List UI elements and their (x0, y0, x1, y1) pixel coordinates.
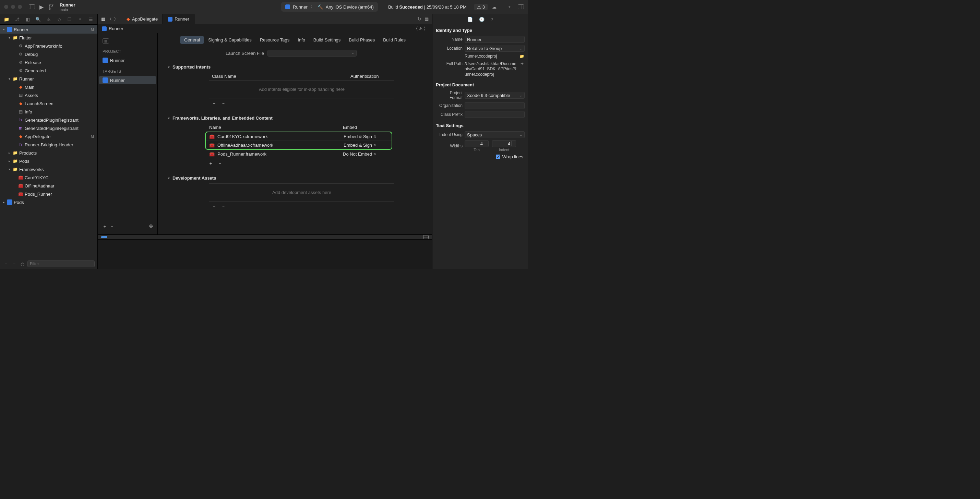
tab-resource-tags[interactable]: Resource Tags (256, 36, 294, 44)
launch-screen-dropdown[interactable]: ⌄ (267, 50, 356, 57)
branch-info[interactable]: Runner main (60, 2, 75, 12)
source-control-tab-icon[interactable]: ⎇ (14, 16, 20, 22)
framework-row[interactable]: 🧰Card91KYC.xcframework Embed & Sign⇅ (206, 132, 391, 141)
tree-row[interactable]: ▸📁Pods (0, 157, 97, 165)
filter-scope-icon[interactable]: ◎ (19, 261, 25, 267)
help-inspector-tab-icon[interactable]: ? (491, 17, 493, 22)
class-prefix-field[interactable] (465, 111, 525, 118)
related-items-icon[interactable]: ▦ (101, 16, 105, 22)
tab-runner[interactable]: Runner (163, 14, 194, 24)
wrap-lines-checkbox[interactable] (496, 154, 500, 159)
embed-select[interactable]: Embed & Sign (344, 143, 372, 148)
window-controls[interactable] (4, 5, 22, 9)
tree-row[interactable]: ⚙Debug (0, 50, 97, 58)
symbol-tab-icon[interactable]: ◧ (25, 16, 31, 22)
remove-dev-asset-button[interactable]: － (221, 203, 226, 210)
tree-row[interactable]: ⚙Release (0, 58, 97, 67)
outline-toggle-icon[interactable]: ▤ (102, 38, 109, 43)
run-button[interactable]: ▶ (38, 4, 45, 10)
embed-select[interactable]: Do Not Embed (343, 151, 372, 157)
format-dropdown[interactable]: Xcode 9.3-compatible⌄ (465, 92, 525, 99)
tree-row[interactable]: 🧰Card91KYC (0, 173, 97, 182)
organization-field[interactable] (465, 102, 525, 109)
add-dev-asset-button[interactable]: ＋ (212, 203, 216, 210)
back-button[interactable]: 〈 (107, 16, 112, 22)
tree-row[interactable]: ▾RunnerM (0, 25, 97, 33)
disclosure-icon[interactable]: ▾ (8, 36, 11, 40)
forward-button[interactable]: 〉 (114, 16, 118, 22)
tree-row[interactable]: ▤Info (0, 108, 97, 116)
panel-toggle-icon[interactable] (29, 4, 35, 10)
refresh-icon[interactable]: ↻ (417, 16, 421, 22)
dev-assets-header[interactable]: ▾ Development Assets (168, 173, 422, 183)
tree-row[interactable]: ◆Main (0, 83, 97, 91)
framework-row[interactable]: 🧰OfflineAadhaar.xcframework Embed & Sign… (206, 141, 391, 149)
tree-row[interactable]: 🧰Pods_Runner (0, 190, 97, 198)
tree-row[interactable]: ▾📁Runner (0, 75, 97, 83)
file-inspector-tab-icon[interactable]: 📄 (468, 17, 473, 22)
disclosure-icon[interactable]: ▸ (2, 200, 5, 204)
filter-input[interactable] (27, 261, 95, 267)
editor-options-icon[interactable]: ▤ (425, 16, 429, 22)
tree-row[interactable]: ▾📁Flutter (0, 33, 97, 42)
target-item[interactable]: Runner (99, 76, 156, 84)
folder-tab-icon[interactable]: 📁 (3, 16, 10, 22)
disclosure-icon[interactable]: ▾ (8, 168, 11, 171)
tree-row[interactable]: ⚙Generated (0, 67, 97, 75)
tree-row[interactable]: 🧰OfflineAadhaar (0, 182, 97, 190)
scheme-selector[interactable]: Runner 〉 🔨 Any iOS Device (arm64) (281, 2, 378, 12)
tab-build-settings[interactable]: Build Settings (309, 36, 345, 44)
test-tab-icon[interactable]: ◇ (56, 16, 62, 22)
library-icon[interactable] (518, 4, 524, 10)
breakpoint-tab-icon[interactable]: ⌖ (77, 16, 83, 22)
disclosure-icon[interactable]: ▸ (8, 151, 11, 154)
tab-info[interactable]: Info (294, 36, 309, 44)
tree-row[interactable]: ◆AppDelegateM (0, 132, 97, 140)
supported-intents-header[interactable]: ▾ Supported Intents (168, 62, 422, 72)
history-inspector-tab-icon[interactable]: 🕘 (479, 17, 485, 22)
frameworks-header[interactable]: ▾ Frameworks, Libraries, and Embedded Co… (168, 113, 422, 123)
remove-target-button[interactable]: － (110, 224, 114, 230)
issues-badge[interactable]: ⚠3 (474, 4, 488, 10)
embed-select[interactable]: Embed & Sign (344, 134, 372, 139)
tab-appdelegate[interactable]: ◆ AppDelegate (122, 14, 163, 24)
issue-tab-icon[interactable]: ⚠ (46, 16, 52, 22)
cloud-icon[interactable]: ☁ (491, 4, 497, 10)
tree-row[interactable]: ▾📁Frameworks (0, 165, 97, 173)
find-tab-icon[interactable]: 🔍 (35, 16, 41, 22)
project-item[interactable]: Runner (99, 56, 156, 64)
framework-row[interactable]: 🧰Pods_Runner.framework Do Not Embed⇅ (206, 150, 391, 158)
disclosure-icon[interactable]: ▾ (8, 77, 11, 81)
reveal-in-finder-icon[interactable]: ➜ (519, 61, 525, 66)
tab-build-phases[interactable]: Build Phases (345, 36, 379, 44)
folder-icon[interactable]: 📁 (519, 54, 525, 59)
tree-row[interactable]: ◆LaunchScreen (0, 99, 97, 108)
indent-width-stepper[interactable]: 4 (492, 140, 516, 147)
debug-tab-icon[interactable]: ❏ (67, 16, 73, 22)
tab-width-stepper[interactable]: 4 (465, 140, 488, 147)
tab-signing[interactable]: Signing & Capabilities (204, 36, 255, 44)
tree-row[interactable]: mGeneratedPluginRegistrant (0, 124, 97, 132)
tree-row[interactable]: ▸Pods (0, 198, 97, 206)
add-framework-button[interactable]: ＋ (208, 161, 213, 167)
add-button[interactable]: ＋ (506, 4, 512, 10)
add-intent-button[interactable]: ＋ (212, 100, 216, 106)
add-target-button[interactable]: ＋ (102, 224, 107, 230)
remove-file-button[interactable]: － (11, 261, 17, 267)
report-tab-icon[interactable]: ☰ (88, 16, 94, 22)
tree-row[interactable]: ⚙AppFrameworkInfo (0, 42, 97, 50)
jump-bar[interactable]: Runner 〈⚠〉 (98, 24, 432, 33)
warning-icon[interactable]: ⚠ (419, 26, 423, 31)
tab-general[interactable]: General (180, 36, 204, 44)
add-file-button[interactable]: ＋ (3, 261, 9, 267)
filter-targets-icon[interactable]: ◎ (149, 224, 153, 230)
stepper-icon[interactable]: ⇅ (374, 135, 376, 138)
tab-build-rules[interactable]: Build Rules (379, 36, 410, 44)
tree-row[interactable]: ▸📁Products (0, 149, 97, 157)
indent-using-dropdown[interactable]: Spaces⌄ (465, 131, 525, 138)
stepper-icon[interactable]: ⇅ (374, 152, 376, 156)
location-dropdown[interactable]: Relative to Group⌄ (465, 45, 525, 52)
tree-row[interactable]: hGeneratedPluginRegistrant (0, 116, 97, 124)
tree-row[interactable]: hRunner-Bridging-Header (0, 140, 97, 149)
disclosure-icon[interactable]: ▾ (2, 28, 5, 31)
